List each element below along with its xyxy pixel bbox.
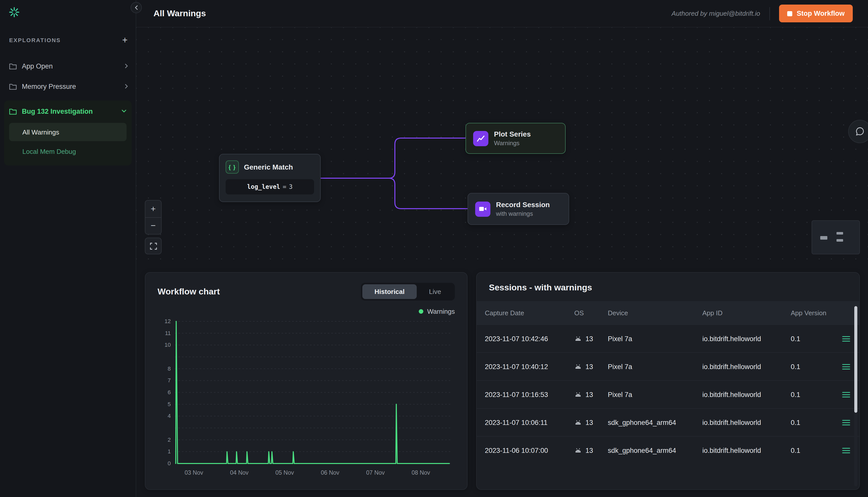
- topbar: All Warnings Authored by miguel@bitdrift…: [136, 0, 868, 27]
- svg-text:4: 4: [168, 413, 171, 419]
- device-cell: sdk_gphone64_arm64: [608, 446, 702, 454]
- node-title: Generic Match: [244, 163, 293, 171]
- sessions-scrollbar-thumb[interactable]: [854, 306, 857, 413]
- tab-live[interactable]: Live: [417, 284, 453, 299]
- condition-key: log_level: [247, 183, 280, 190]
- video-camera-icon: [475, 201, 491, 216]
- fit-view-icon: [150, 242, 157, 250]
- svg-text:11: 11: [165, 330, 171, 336]
- chevron-down-icon: [122, 109, 126, 113]
- svg-text:0: 0: [168, 460, 171, 467]
- sidebar-item-app-open[interactable]: App Open: [0, 56, 136, 76]
- workflow-chart-panel: Workflow chart Historical Live Warnings …: [145, 272, 468, 490]
- stop-square-icon: [787, 11, 792, 16]
- logo[interactable]: [0, 0, 136, 20]
- node-title: Record Session: [496, 200, 550, 209]
- node-generic-match[interactable]: { } Generic Match log_level = 3: [219, 154, 321, 202]
- svg-text:2: 2: [168, 437, 171, 443]
- svg-text:12: 12: [165, 318, 171, 324]
- svg-text:5: 5: [168, 401, 171, 408]
- android-icon: [574, 336, 582, 341]
- app-version-cell: 0.1: [791, 363, 838, 370]
- tab-historical[interactable]: Historical: [362, 284, 417, 299]
- session-list-icon: [842, 447, 850, 454]
- session-list-icon: [842, 391, 850, 398]
- svg-text:08 Nov: 08 Nov: [412, 469, 430, 476]
- session-list-icon: [842, 419, 850, 426]
- workflow-chart-title: Workflow chart: [157, 287, 220, 297]
- col-app-version: App Version: [791, 309, 838, 316]
- folder-icon: [9, 108, 17, 114]
- node-record-session[interactable]: Record Session with warnings: [468, 193, 569, 225]
- node-plot-series[interactable]: Plot Series Warnings: [466, 123, 566, 154]
- android-icon: [574, 392, 582, 397]
- svg-text:07 Nov: 07 Nov: [366, 469, 385, 476]
- sidebar-item-bug-132-investigation[interactable]: Bug 132 Investigation: [4, 100, 132, 122]
- col-app-id: App ID: [702, 309, 791, 316]
- sessions-table-body: 2023-11-07 10:42:4613Pixel 7aio.bitdrift…: [477, 324, 859, 464]
- capture-date-cell: 2023-11-07 10:06:11: [485, 418, 574, 426]
- sidebar-collapse-button[interactable]: [130, 2, 142, 13]
- session-actions-button[interactable]: [842, 447, 850, 454]
- device-cell: Pixel 7a: [608, 363, 702, 370]
- condition-operator: =: [283, 183, 286, 190]
- android-icon: [574, 364, 582, 369]
- zoom-out-button[interactable]: −: [145, 217, 161, 234]
- session-row[interactable]: 2023-11-06 10:07:0013sdk_gphone64_arm64i…: [477, 436, 859, 464]
- legend-label: Warnings: [427, 308, 455, 315]
- session-row[interactable]: 2023-11-07 10:06:1113sdk_gphone64_arm64i…: [477, 408, 859, 436]
- sidebar-item-label: Bug 132 Investigation: [22, 108, 93, 115]
- svg-text:7: 7: [168, 377, 171, 384]
- os-cell: 13: [574, 390, 608, 398]
- zoom-controls: + −: [145, 200, 162, 235]
- capture-date-cell: 2023-11-07 10:40:12: [485, 363, 574, 370]
- folder-icon: [9, 63, 17, 69]
- sidebar-subitem-label: All Warnings: [22, 128, 59, 136]
- zoom-in-button[interactable]: +: [145, 200, 161, 217]
- sessions-panel: Sessions - with warnings Capture Date OS…: [476, 272, 860, 490]
- minimap-node: [820, 236, 827, 240]
- sidebar-item-label: App Open: [22, 62, 53, 70]
- session-actions-button[interactable]: [842, 391, 850, 398]
- session-actions-button[interactable]: [842, 335, 850, 342]
- page-title: All Warnings: [153, 9, 206, 18]
- app-version-cell: 0.1: [791, 335, 838, 342]
- explorations-list: App Open Memory Pressure Bug 132 Investi…: [0, 56, 136, 166]
- svg-text:03 Nov: 03 Nov: [185, 469, 203, 476]
- sidebar-item-all-warnings[interactable]: All Warnings: [9, 123, 126, 141]
- sessions-title: Sessions - with warnings: [477, 273, 859, 301]
- add-exploration-button[interactable]: +: [122, 36, 127, 45]
- svg-text:05 Nov: 05 Nov: [275, 469, 294, 476]
- condition-value: 3: [289, 183, 292, 190]
- app-id-cell: io.bitdrift.helloworld: [702, 418, 791, 426]
- sidebar-subitem-label: Local Mem Debug: [22, 147, 76, 155]
- session-row[interactable]: 2023-11-07 10:42:4613Pixel 7aio.bitdrift…: [477, 324, 859, 352]
- bitdrift-logo-icon: [8, 6, 20, 18]
- sidebar-item-memory-pressure[interactable]: Memory Pressure: [0, 76, 136, 97]
- session-row[interactable]: 2023-11-07 10:16:5313Pixel 7aio.bitdrift…: [477, 380, 859, 408]
- minimap-node: [837, 239, 843, 242]
- os-cell: 13: [574, 418, 608, 426]
- main-area: All Warnings Authored by miguel@bitdrift…: [136, 0, 868, 497]
- chat-bubble-icon: [855, 126, 865, 137]
- chevron-right-icon: [124, 84, 128, 89]
- session-actions-button[interactable]: [842, 419, 850, 426]
- app-version-cell: 0.1: [791, 446, 838, 454]
- workflow-canvas[interactable]: { } Generic Match log_level = 3 Plot Ser…: [136, 27, 868, 264]
- sidebar-group-bug-132: Bug 132 Investigation All Warnings Local…: [4, 100, 132, 166]
- workflow-minimap[interactable]: [812, 220, 860, 254]
- stop-workflow-button[interactable]: Stop Workflow: [779, 4, 853, 22]
- svg-text:04 Nov: 04 Nov: [230, 469, 248, 476]
- chart-line-icon: [473, 131, 488, 146]
- sessions-table-header: Capture Date OS Device App ID App Versio…: [477, 301, 859, 324]
- os-cell: 13: [574, 446, 608, 454]
- node-subtitle: with warnings: [496, 210, 550, 217]
- chart-mode-toggle: Historical Live: [361, 283, 455, 300]
- session-row[interactable]: 2023-11-07 10:40:1213Pixel 7aio.bitdrift…: [477, 352, 859, 380]
- svg-text:8: 8: [168, 366, 171, 372]
- explorations-section-title: EXPLORATIONS: [9, 37, 61, 43]
- sidebar-item-local-mem-debug[interactable]: Local Mem Debug: [9, 142, 126, 160]
- session-actions-button[interactable]: [842, 363, 850, 370]
- minimap-node: [837, 232, 843, 235]
- fit-view-button[interactable]: [145, 238, 162, 254]
